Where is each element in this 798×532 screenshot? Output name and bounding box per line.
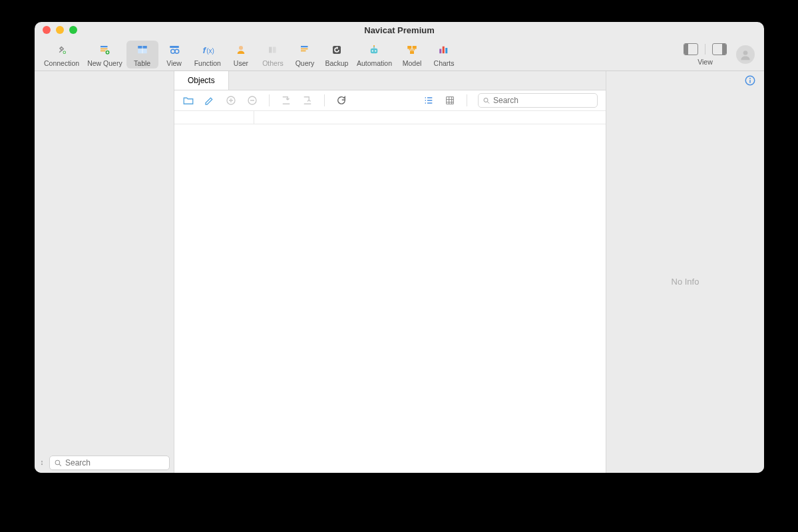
refresh-icon[interactable]: [335, 94, 347, 106]
main-toolbar: Connection New Query Table View f(x) Fun…: [35, 38, 764, 71]
robot-icon: [365, 42, 383, 58]
svg-text:(x): (x): [206, 47, 214, 54]
svg-point-22: [375, 50, 377, 51]
svg-point-32: [55, 460, 60, 465]
add-icon[interactable]: [225, 94, 237, 106]
toolbar-view-group: View: [684, 43, 727, 66]
grid-icon: [445, 95, 455, 106]
separator: [705, 44, 705, 55]
sync-icon[interactable]: [39, 458, 45, 467]
tabs-bar: Objects: [174, 71, 606, 90]
svg-rect-30: [445, 48, 447, 53]
query-icon: [296, 42, 314, 58]
objects-search[interactable]: [478, 93, 598, 108]
svg-rect-16: [301, 46, 308, 47]
separator: [324, 94, 325, 106]
avatar-icon: [739, 48, 752, 61]
svg-line-37: [488, 102, 490, 104]
svg-rect-20: [371, 48, 378, 53]
edit-icon[interactable]: [204, 94, 216, 106]
svg-rect-3: [100, 50, 106, 51]
column-header[interactable]: [174, 111, 254, 124]
objects-column-header: [174, 111, 606, 124]
svg-rect-15: [273, 47, 276, 53]
info-panel: No Info: [606, 71, 764, 473]
svg-point-39: [749, 78, 751, 79]
objects-toolbar: [174, 90, 606, 111]
toggle-right-panel-button[interactable]: [712, 43, 727, 55]
titlebar: Navicat Premium: [35, 22, 764, 38]
svg-rect-8: [170, 46, 179, 48]
svg-rect-1: [100, 46, 108, 47]
app-window: Navicat Premium Connection New Query Tab…: [35, 22, 764, 473]
remove-icon[interactable]: [246, 94, 258, 106]
user-icon: [232, 42, 250, 58]
svg-rect-26: [413, 46, 417, 49]
info-panel-body: No Info: [606, 90, 764, 473]
list-view-button[interactable]: [423, 94, 435, 106]
sidebar-search[interactable]: [49, 456, 170, 470]
model-button[interactable]: Model: [396, 41, 428, 68]
svg-rect-25: [407, 46, 411, 49]
svg-rect-28: [439, 49, 441, 53]
grid-view-button[interactable]: [444, 94, 456, 106]
table-icon: [133, 42, 152, 58]
svg-point-36: [484, 98, 488, 102]
list-icon: [423, 95, 434, 106]
svg-point-10: [174, 49, 178, 53]
center-panel: Objects: [174, 71, 606, 473]
user-button[interactable]: User: [225, 41, 257, 68]
separator: [269, 94, 270, 106]
svg-rect-17: [301, 48, 308, 49]
search-icon: [483, 96, 491, 105]
export-icon[interactable]: [301, 94, 313, 106]
others-icon: [264, 42, 282, 58]
sidebar: [35, 71, 174, 473]
backup-button[interactable]: Backup: [321, 41, 353, 68]
new-query-button[interactable]: New Query: [83, 41, 126, 68]
backup-icon: [327, 42, 346, 58]
function-button[interactable]: f(x) Function: [190, 41, 225, 68]
model-icon: [403, 42, 421, 58]
svg-rect-40: [749, 80, 751, 83]
svg-rect-27: [410, 51, 414, 54]
view-button[interactable]: View: [158, 41, 190, 68]
info-icon[interactable]: [744, 74, 756, 86]
search-icon: [54, 459, 63, 467]
toggle-left-panel-button[interactable]: [684, 43, 698, 55]
import-icon[interactable]: [280, 94, 292, 106]
svg-rect-14: [269, 47, 272, 53]
svg-rect-18: [301, 50, 306, 51]
svg-point-13: [239, 46, 243, 50]
objects-search-input[interactable]: [493, 96, 593, 105]
sidebar-tree[interactable]: [35, 71, 174, 453]
info-panel-header: [606, 71, 764, 90]
connection-button[interactable]: Connection: [40, 41, 83, 68]
view-icon: [165, 42, 184, 58]
plug-icon: [53, 42, 71, 58]
query-plus-icon: [95, 42, 114, 58]
app-body: Objects: [35, 71, 764, 473]
function-icon: f(x): [198, 42, 217, 58]
separator: [467, 94, 467, 106]
objects-content[interactable]: [174, 124, 606, 473]
others-button[interactable]: Others: [257, 41, 289, 68]
charts-icon: [435, 42, 453, 58]
window-title: Navicat Premium: [35, 25, 764, 35]
svg-point-9: [170, 49, 174, 53]
svg-point-21: [372, 50, 373, 51]
svg-line-33: [59, 464, 61, 466]
no-info-label: No Info: [672, 277, 699, 287]
svg-point-31: [743, 51, 748, 55]
user-avatar[interactable]: [736, 45, 755, 64]
svg-rect-2: [100, 48, 108, 49]
sidebar-footer: [35, 453, 174, 473]
charts-button[interactable]: Charts: [428, 41, 460, 68]
svg-point-24: [373, 45, 375, 46]
open-icon[interactable]: [182, 94, 194, 106]
automation-button[interactable]: Automation: [353, 41, 396, 68]
sidebar-search-input[interactable]: [65, 458, 165, 467]
table-button[interactable]: Table: [126, 41, 158, 68]
tab-objects[interactable]: Objects: [174, 71, 229, 90]
query-button[interactable]: Query: [289, 41, 321, 68]
